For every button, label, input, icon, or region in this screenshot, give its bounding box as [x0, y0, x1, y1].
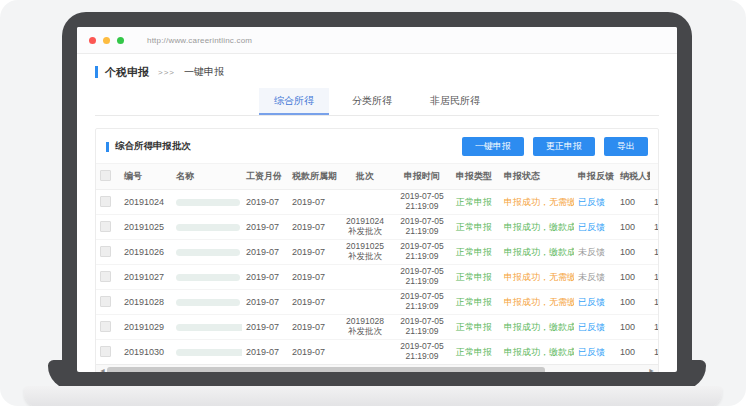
declare-time-cell: 2019-07-05 21:19:09 — [392, 342, 452, 362]
scroll-right-icon[interactable]: ► — [648, 366, 655, 372]
row-checkbox[interactable] — [100, 221, 111, 232]
tax-period-cell: 2019-07 — [288, 347, 338, 357]
declare-time-cell: 2019-07-05 21:19:09 — [392, 267, 452, 287]
table-body: 201910242019-072019-072019-07-05 21:19:0… — [96, 190, 658, 364]
batch-id-cell: 20191025 — [120, 222, 172, 232]
accent-bar — [95, 66, 98, 78]
wage-month-cell: 2019-07 — [242, 197, 288, 207]
row-checkbox[interactable] — [100, 196, 111, 207]
table-row[interactable]: 201910292019-072019-0720191028 补发批次2019-… — [96, 315, 658, 340]
batch-cell: 20191025 补发批次 — [338, 242, 392, 262]
batches-table: 编号名称工资月份税款所属期批次申报时间申报类型申报状态申报反馈纳税人数 2019… — [96, 163, 658, 364]
table-row[interactable]: 201910272019-072019-072019-07-05 21:19:0… — [96, 265, 658, 290]
feedback-cell: 已反馈 — [574, 346, 616, 359]
checkbox-cell — [96, 271, 120, 284]
checkbox-cell — [96, 170, 120, 183]
tax-period-cell: 2019-07 — [288, 272, 338, 282]
row-checkbox[interactable] — [100, 271, 111, 282]
accent-bar — [106, 142, 109, 152]
column-header: 批次 — [338, 170, 392, 183]
row-checkbox[interactable] — [100, 321, 111, 332]
feedback-cell: 未反馈 — [574, 271, 616, 284]
name-cell — [172, 222, 242, 232]
column-header: 纳税人数 — [616, 170, 650, 183]
declare-time-cell: 2019-07-05 21:19:09 — [392, 217, 452, 237]
tab-comprehensive-income[interactable]: 综合所得 — [259, 88, 329, 115]
redacted-name — [176, 249, 240, 256]
declare-time-cell: 2019-07-05 21:19:09 — [392, 242, 452, 262]
one-click-declare-button[interactable]: 一键申报 — [462, 137, 524, 156]
declare-status-cell: 申报成功，缴款成功 — [500, 346, 574, 359]
declare-time-cell: 2019-07-05 21:19:09 — [392, 317, 452, 337]
declare-status-cell: 申报成功，缴款成功 — [500, 221, 574, 234]
wage-month-cell: 2019-07 — [242, 347, 288, 357]
column-header: 申报状态 — [500, 170, 574, 183]
scrollbar-thumb[interactable] — [107, 367, 545, 372]
laptop-screen-frame: http://www.careerintlinc.com 个税申报 >>> 一键… — [62, 12, 692, 388]
column-header: 名称 — [172, 170, 242, 183]
clipped-cell: 11 — [650, 347, 658, 357]
name-cell — [172, 272, 242, 282]
wage-month-cell: 2019-07 — [242, 322, 288, 332]
tax-period-cell: 2019-07 — [288, 247, 338, 257]
row-checkbox[interactable] — [100, 346, 111, 357]
table-row[interactable]: 201910262019-072019-0720191025 补发批次2019-… — [96, 240, 658, 265]
table-header-row: 编号名称工资月份税款所属期批次申报时间申报类型申报状态申报反馈纳税人数 — [96, 163, 658, 190]
screen-content: http://www.careerintlinc.com 个税申报 >>> 一键… — [77, 27, 677, 372]
feedback-cell: 已反馈 — [574, 196, 616, 209]
declare-type-cell: 正常申报 — [452, 271, 500, 284]
horizontal-scrollbar[interactable]: ◄ ► — [96, 364, 658, 372]
name-cell — [172, 322, 242, 332]
row-checkbox[interactable] — [100, 246, 111, 257]
scroll-left-icon[interactable]: ◄ — [99, 366, 106, 372]
tax-period-cell: 2019-07 — [288, 297, 338, 307]
wage-month-cell: 2019-07 — [242, 272, 288, 282]
taxpayer-count-cell: 100 — [616, 272, 650, 282]
name-cell — [172, 197, 242, 207]
declare-type-cell: 正常申报 — [452, 196, 500, 209]
traffic-light-green-icon[interactable] — [117, 37, 124, 44]
breadcrumb-separator: >>> — [158, 68, 175, 77]
wage-month-cell: 2019-07 — [242, 222, 288, 232]
tax-period-cell: 2019-07 — [288, 322, 338, 332]
tab-nonresident-income[interactable]: 非居民所得 — [415, 88, 495, 115]
declare-type-cell: 正常申报 — [452, 221, 500, 234]
tab-bar: 综合所得 分类所得 非居民所得 — [95, 88, 659, 116]
address-bar-url[interactable]: http://www.careerintlinc.com — [147, 36, 252, 45]
checkbox-cell — [96, 296, 120, 309]
feedback-cell: 已反馈 — [574, 296, 616, 309]
taxpayer-count-cell: 100 — [616, 222, 650, 232]
row-checkbox[interactable] — [100, 296, 111, 307]
panel-title: 综合所得申报批次 — [115, 140, 191, 153]
browser-chrome: http://www.careerintlinc.com — [77, 27, 677, 54]
redacted-name — [176, 299, 240, 306]
taxpayer-count-cell: 100 — [616, 347, 650, 357]
redacted-name — [176, 324, 242, 331]
export-button[interactable]: 导出 — [604, 137, 648, 156]
batch-id-cell: 20191024 — [120, 197, 172, 207]
table-row[interactable]: 201910242019-072019-072019-07-05 21:19:0… — [96, 190, 658, 215]
table-row[interactable]: 201910302019-072019-072019-07-05 21:19:0… — [96, 340, 658, 364]
tab-classified-income[interactable]: 分类所得 — [337, 88, 407, 115]
batch-id-cell: 20191027 — [120, 272, 172, 282]
table-row[interactable]: 201910282019-072019-072019-07-05 21:19:0… — [96, 290, 658, 315]
declare-status-cell: 申报成功，无需缴款 — [500, 296, 574, 309]
select-all-checkbox[interactable] — [100, 170, 111, 181]
table-row[interactable]: 201910252019-072019-0720191024 补发批次2019-… — [96, 215, 658, 240]
batch-id-cell: 20191026 — [120, 247, 172, 257]
taxpayer-count-cell: 100 — [616, 197, 650, 207]
redacted-name — [176, 224, 240, 231]
declare-type-cell: 正常申报 — [452, 346, 500, 359]
batch-id-cell: 20191030 — [120, 347, 172, 357]
checkbox-cell — [96, 196, 120, 209]
batch-id-cell: 20191029 — [120, 322, 172, 332]
page-title: 个税申报 — [105, 65, 149, 80]
breadcrumb-current: 一键申报 — [184, 65, 224, 79]
traffic-light-red-icon[interactable] — [89, 37, 96, 44]
traffic-light-yellow-icon[interactable] — [103, 37, 110, 44]
declare-status-cell: 申报成功，缴款成功 — [500, 246, 574, 259]
correct-declaration-button[interactable]: 更正申报 — [533, 137, 595, 156]
declare-status-cell: 申报成功，缴款成功 — [500, 321, 574, 334]
name-cell — [172, 297, 242, 307]
feedback-cell: 已反馈 — [574, 321, 616, 334]
